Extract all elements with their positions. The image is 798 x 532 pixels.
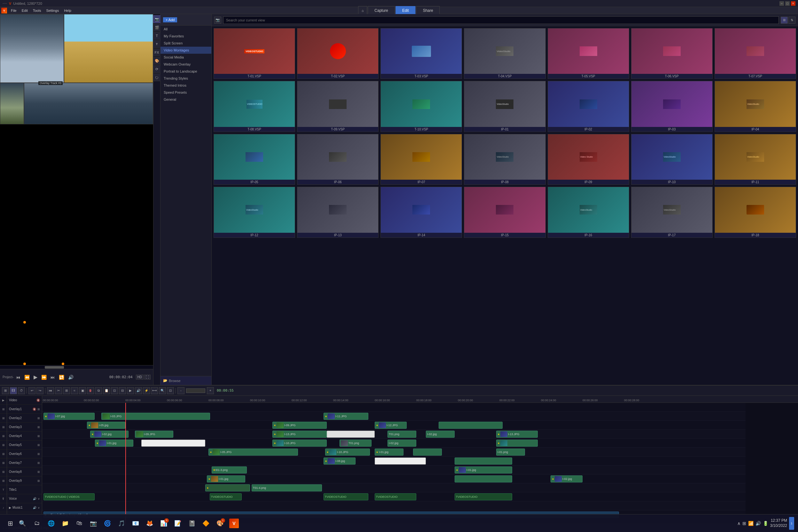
thumb-ip07[interactable]: IP-07 — [380, 134, 462, 185]
thumb-ip11[interactable]: VideoStudio IP-11 — [715, 134, 796, 185]
tl-fit[interactable]: ⊡ — [167, 387, 174, 394]
overlay1-track-icon[interactable]: ⊞ — [0, 405, 7, 414]
overlay6-clip-2[interactable] — [375, 457, 426, 464]
overlay4-clip-5[interactable]: I-02.jpg — [387, 440, 416, 446]
taskbar-app-word[interactable]: 📝 — [171, 517, 184, 530]
next-frame-button[interactable]: ⏭ — [49, 374, 56, 380]
tl-zoom[interactable]: 🔍 — [159, 387, 166, 394]
video-track-icon[interactable]: ▶ — [0, 396, 7, 405]
title1-track-row[interactable]: T VIDEOSTUDIO | VIDEOS T VIDEOSTUDIO T V… — [42, 492, 745, 501]
overlay3-clip-5[interactable]: T01.png — [387, 431, 416, 438]
thumb-t04[interactable]: VideoStudio T-04.VSP — [464, 28, 546, 79]
overlay1-clip-3[interactable]: ★ I-11.JPG — [324, 413, 368, 420]
overlay4-clip-4[interactable]: T01.png — [340, 440, 372, 446]
video-mute-icon[interactable]: 🔇 — [36, 399, 40, 402]
thumb-ip06[interactable]: IP-06 — [297, 134, 379, 185]
fx-item-portrait[interactable]: Portrait to Landscape — [160, 68, 211, 75]
tracks-scroll-area[interactable]: 00:00:00:00 00:00:02:00 00:00:04:00 00:0… — [42, 396, 798, 524]
overlay8-track-icon[interactable]: ⊞ — [0, 468, 7, 476]
taskbar-app-videostudio[interactable]: V — [228, 517, 241, 530]
taskbar-app-files[interactable]: 📁 — [59, 517, 72, 530]
notification-center-button[interactable]: 1 — [789, 517, 794, 530]
taskbar-app-store[interactable]: 🛍 — [73, 517, 86, 530]
tl-motion[interactable]: ▶ — [127, 387, 134, 394]
music-track-icon[interactable]: ♪ — [0, 503, 7, 512]
overlay5-clip-4[interactable] — [413, 449, 442, 456]
tray-battery[interactable]: 🔋 — [763, 521, 768, 526]
menu-settings[interactable]: Settings — [43, 8, 61, 13]
home-button[interactable]: ⌂ — [358, 6, 367, 15]
overlay2-clip-1[interactable]: ★ I-05.jpg — [87, 422, 125, 429]
thumb-t01[interactable]: VIDEOSTUDIO T-01.VSP — [213, 28, 295, 79]
overlay8-clip-3[interactable]: ★ I-02.jpg — [551, 475, 583, 482]
title1-clip-4[interactable]: T VIDEOSTUDIO — [375, 493, 416, 500]
voice-track-row[interactable] — [42, 501, 745, 510]
overlay5-mute-icon[interactable]: ⊞ — [37, 443, 40, 446]
tracking-icon[interactable]: ⟳ — [153, 65, 161, 73]
tl-delete[interactable]: 🗑 — [87, 387, 94, 394]
overlay3-track-row[interactable]: ★ I-02.jpg I-09.JPG ★ I-13.JPG — [42, 430, 745, 439]
minimize-button[interactable]: – — [779, 1, 784, 6]
overlay1-track-row[interactable]: ★ I-07.jpg I-03.JPG ★ I-11.JPG — [42, 412, 745, 421]
overlay5-clip-3[interactable]: ★ I-01.jpg — [375, 449, 403, 456]
start-button[interactable]: ⊞ — [4, 517, 17, 530]
tl-zoom-in[interactable]: + — [207, 387, 214, 394]
menu-help[interactable]: Help — [61, 8, 74, 13]
tl-group[interactable]: ⊡ — [111, 387, 118, 394]
fx-item-splitscreen[interactable]: Split Screen — [160, 40, 211, 47]
tl-start[interactable]: ⏮ — [47, 387, 54, 394]
overlay5-clip-5[interactable]: I-01.png — [496, 449, 525, 456]
tray-chevron[interactable]: ∧ — [737, 521, 740, 526]
thumb-ip10[interactable]: VideoStudio IP-10 — [631, 134, 712, 185]
tl-btn-storyboard[interactable]: 🎞 — [10, 387, 17, 394]
thumb-ip09[interactable]: Video Studio IP-09 — [548, 134, 629, 185]
overlay1-expand-icon[interactable]: ⊞ — [37, 407, 40, 411]
fullscreen-button[interactable]: ⛶ — [144, 375, 151, 380]
tl-zoom-out[interactable]: - — [177, 387, 185, 394]
overlay5-clip-2[interactable]: ★ I-10.JPG — [325, 449, 370, 456]
tl-paste[interactable]: 📋 — [103, 387, 110, 394]
fx-item-trending[interactable]: Trending Styles — [160, 75, 211, 82]
overlay4-clip-2[interactable] — [141, 440, 205, 446]
taskbar-app-explorer[interactable]: 🗂 — [31, 517, 43, 530]
thumb-t10[interactable]: T-10.VSP — [380, 81, 462, 132]
taskbar-app-mail[interactable]: 📧 — [129, 517, 142, 530]
hd-button[interactable]: HD — [136, 375, 144, 380]
thumb-ip01[interactable]: VideoStudio IP-01 — [464, 81, 546, 132]
grid-view-button[interactable]: ⊞ — [781, 17, 788, 24]
taskbar-app-music[interactable]: 🎵 — [115, 517, 128, 530]
overlay2-track-icon[interactable]: ⊞ — [0, 414, 7, 423]
tl-ripple[interactable]: ≈ — [71, 387, 78, 394]
overlay6-mute-icon[interactable]: ⊞ — [37, 452, 40, 456]
thumb-ip13[interactable]: IP-13 — [297, 187, 379, 238]
thumb-t05[interactable]: T-05.VSP — [548, 28, 629, 79]
thumb-t09[interactable]: T-09.VSP — [297, 81, 379, 132]
thumb-ip18[interactable]: IP-18 — [715, 187, 796, 238]
overlay9-mute-icon[interactable]: ⊞ — [37, 479, 40, 482]
close-button[interactable]: ✕ — [791, 1, 795, 6]
menu-edit[interactable]: Edit — [19, 8, 31, 13]
overlay2-track-row[interactable]: ★ I-05.jpg ★ I-09.JPG ★ I-12.JPG — [42, 421, 745, 430]
tl-redo[interactable]: ↪ — [36, 387, 43, 394]
filter-icon[interactable]: 🎨 — [153, 57, 161, 64]
media-icon[interactable]: 📷 — [153, 15, 161, 23]
voice-expand-icon[interactable]: ∨ — [38, 497, 40, 500]
overlay4-clip-3[interactable]: ★ I-10.JPG — [272, 440, 327, 446]
overlay4-clip-6[interactable]: ★ — [496, 440, 538, 446]
title1-clip-3[interactable]: T VIDEOSTUDIO — [324, 493, 368, 500]
thumb-t03[interactable]: T-03.VSP — [380, 28, 462, 79]
browse-button[interactable]: 📂 Browse — [160, 376, 211, 385]
overlay6-clip-3[interactable] — [455, 457, 512, 464]
share-button[interactable]: Share — [416, 6, 440, 15]
thumb-ip08[interactable]: VideoStudio IP-08 — [464, 134, 546, 185]
overlay3-clip-3[interactable]: ★ I-13.JPG — [272, 431, 327, 438]
taskbar-search-button[interactable]: 🔍 — [17, 518, 28, 529]
instant-project-icon[interactable]: 🎬 — [153, 24, 161, 31]
overlay6-clip-1[interactable]: ★ I-08.jpg — [324, 457, 356, 464]
fx-item-general[interactable]: General — [160, 96, 211, 103]
overlay7-clip-1[interactable]: ★ t01-3.png — [212, 467, 247, 474]
overlay5-track-row[interactable]: ★ I-05.JPG ★ I-10.JPG ★ I-01.jpg — [42, 448, 745, 457]
search-input[interactable] — [223, 16, 779, 24]
tl-ungroup[interactable]: ⊟ — [119, 387, 126, 394]
play-button[interactable]: ▶ — [32, 374, 39, 381]
